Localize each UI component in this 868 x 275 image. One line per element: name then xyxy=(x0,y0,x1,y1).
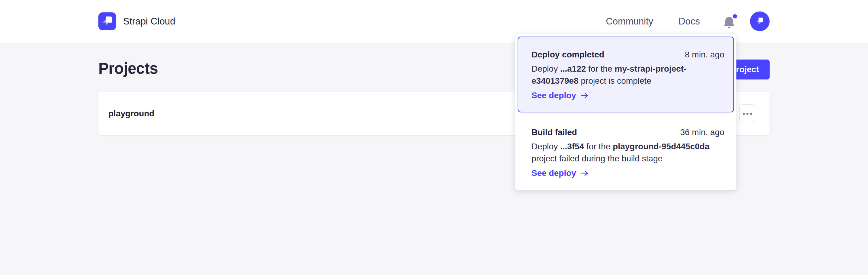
notifications-list: Deploy completed 8 min. ago Deploy ...a1… xyxy=(518,36,734,188)
notification-title: Deploy completed xyxy=(531,49,604,61)
arrow-right-icon xyxy=(580,92,589,99)
bell-icon xyxy=(724,16,735,28)
notifications-dropdown: Deploy completed 8 min. ago Deploy ...a1… xyxy=(515,34,736,190)
brand-home-link[interactable]: Strapi Cloud xyxy=(98,12,175,30)
notification-header: Build failed 36 min. ago xyxy=(531,126,724,138)
strapi-logo xyxy=(98,12,116,30)
ellipsis-icon xyxy=(743,113,752,115)
arrow-right-icon xyxy=(580,169,589,177)
see-deploy-label: See deploy xyxy=(531,168,576,178)
see-deploy-link[interactable]: See deploy xyxy=(531,91,589,100)
notification-timestamp: 8 min. ago xyxy=(685,49,724,61)
notification-title: Build failed xyxy=(531,126,577,138)
strapi-logo-glyph xyxy=(98,12,116,30)
nav-link-docs[interactable]: Docs xyxy=(679,16,700,27)
see-deploy-label: See deploy xyxy=(531,91,576,100)
project-more-button[interactable] xyxy=(739,104,755,123)
navbar-links: Community Docs xyxy=(606,11,770,31)
notification-message: Deploy ...a122 for the my-strapi-project… xyxy=(531,63,722,87)
notification-message: Deploy ...3f54 for the playground-95d445… xyxy=(531,140,722,165)
brand-name: Strapi Cloud xyxy=(123,16,175,27)
notification-header: Deploy completed 8 min. ago xyxy=(531,49,724,61)
notifications-bell-button[interactable] xyxy=(722,14,736,29)
notification-item[interactable]: Build failed 36 min. ago Deploy ...3f54 … xyxy=(518,114,734,188)
avatar-strapi-glyph xyxy=(753,15,767,28)
see-deploy-link[interactable]: See deploy xyxy=(531,168,589,178)
notification-item[interactable]: Deploy completed 8 min. ago Deploy ...a1… xyxy=(518,36,734,112)
top-navbar: Strapi Cloud Community Docs xyxy=(0,0,868,43)
projects-page: Projects Create project playground xyxy=(0,43,868,135)
nav-link-community[interactable]: Community xyxy=(606,16,653,27)
project-name: playground xyxy=(108,109,154,118)
notification-timestamp: 36 min. ago xyxy=(680,126,724,138)
notification-badge xyxy=(733,14,737,19)
user-avatar[interactable] xyxy=(750,11,770,31)
